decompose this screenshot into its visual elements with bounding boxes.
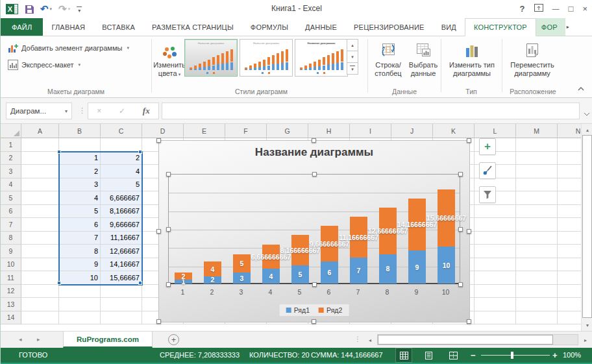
name-box[interactable]: Диаграм...▾: [6, 103, 72, 119]
cell-M12[interactable]: [516, 285, 558, 298]
zoom-out-button[interactable]: −: [471, 350, 476, 360]
x-axis-label-9[interactable]: 9: [402, 288, 431, 297]
cell-B7[interactable]: 6: [59, 218, 101, 232]
cell-L8[interactable]: [475, 232, 516, 245]
cell-M6[interactable]: [516, 205, 558, 219]
cell-N2[interactable]: [558, 152, 581, 165]
help-button[interactable]: ?: [520, 4, 525, 14]
chart-frame-handle[interactable]: [312, 138, 316, 143]
x-axis-label-4[interactable]: 4: [256, 288, 285, 297]
cell-M5[interactable]: [516, 191, 558, 205]
cell-C1[interactable]: [101, 138, 142, 152]
row-header-9[interactable]: 9: [1, 245, 21, 258]
cell-M10[interactable]: [516, 258, 558, 272]
cell-N14[interactable]: [558, 311, 581, 325]
new-sheet-button[interactable]: +: [168, 334, 179, 345]
cell-M8[interactable]: [516, 232, 558, 245]
page-break-view-button[interactable]: [445, 348, 462, 363]
gallery-scroll-down-button[interactable]: ▾: [347, 51, 358, 63]
cell-A1[interactable]: [21, 138, 59, 152]
gallery-more-button[interactable]: ▾: [347, 62, 358, 75]
switch-row-column-button[interactable]: Строка/ столбец: [371, 42, 406, 78]
cell-N6[interactable]: [558, 205, 581, 219]
row-header-4[interactable]: 4: [1, 178, 21, 192]
sheet-tab-active[interactable]: RuPrograms.com: [63, 332, 153, 348]
cell-A5[interactable]: [21, 191, 59, 205]
cell-A9[interactable]: [21, 245, 59, 258]
move-chart-button[interactable]: Переместить диаграмму: [506, 42, 559, 78]
row-header-8[interactable]: 8: [1, 232, 21, 245]
cell-C14[interactable]: [101, 311, 142, 325]
close-button[interactable]: ×: [582, 4, 587, 14]
zoom-level[interactable]: 100%: [563, 351, 581, 359]
row-header-7[interactable]: 7: [1, 218, 21, 232]
cell-B13[interactable]: [59, 298, 101, 311]
name-box-dropdown-icon[interactable]: ▾: [65, 108, 68, 114]
cell-A4[interactable]: [21, 178, 59, 192]
legend-item-Ряд2[interactable]: Ряд2: [319, 306, 342, 314]
row-header-10[interactable]: 10: [1, 258, 21, 272]
row-header-1[interactable]: 1: [1, 138, 21, 152]
cell-A13[interactable]: [21, 298, 59, 311]
tab-overflow-arrow-icon[interactable]: ▸: [565, 18, 571, 36]
data-label-series1[interactable]: 8: [386, 265, 390, 273]
status-average[interactable]: СРЕДНЕЕ: 7,208333333: [160, 351, 240, 359]
chart-bar-1[interactable]: 12: [175, 173, 192, 284]
row-header-12[interactable]: 12: [1, 285, 21, 298]
select-all-corner[interactable]: [1, 124, 21, 138]
cell-N4[interactable]: [558, 178, 581, 192]
cell-C3[interactable]: 4: [101, 165, 142, 178]
vertical-scrollbar[interactable]: ▴ ▾: [581, 124, 592, 331]
data-label-series1[interactable]: 2: [211, 276, 215, 284]
cell-N12[interactable]: [558, 285, 581, 298]
select-data-button[interactable]: Выбрать данные: [407, 42, 439, 78]
data-label-series2[interactable]: 2: [182, 273, 186, 280]
vertical-scroll-thumb[interactable]: [582, 135, 592, 318]
cell-N3[interactable]: [558, 165, 581, 178]
chart-styles-button[interactable]: [479, 162, 496, 179]
plot-area-handle[interactable]: [166, 282, 171, 287]
row-header-3[interactable]: 3: [1, 165, 21, 178]
data-label-series1[interactable]: 4: [269, 273, 273, 280]
cell-M1[interactable]: [516, 138, 558, 152]
x-axis-label-1[interactable]: 1: [168, 288, 197, 297]
tab-главная[interactable]: ГЛАВНАЯ: [43, 18, 93, 36]
cell-B1[interactable]: [59, 138, 101, 152]
chart-frame-handle[interactable]: [156, 229, 161, 234]
column-header-L[interactable]: L: [475, 124, 516, 138]
cell-L10[interactable]: [475, 258, 516, 272]
splitter-dots-icon[interactable]: ⋮: [354, 335, 361, 343]
data-label-series1[interactable]: 6: [328, 269, 332, 276]
cell-B2[interactable]: 1: [59, 152, 101, 165]
plot-area-handle[interactable]: [458, 227, 463, 232]
cell-M4[interactable]: [516, 178, 558, 192]
cell-C7[interactable]: 9,666667: [101, 218, 142, 232]
chart-bar-7[interactable]: 711,16666667: [350, 173, 367, 284]
cell-C8[interactable]: 11,16667: [101, 232, 142, 245]
column-header-M[interactable]: M: [516, 124, 558, 138]
column-header-H[interactable]: H: [308, 124, 350, 138]
cell-M14[interactable]: [516, 311, 558, 325]
data-label-series1[interactable]: 3: [240, 274, 244, 282]
cell-L14[interactable]: [475, 311, 516, 325]
column-header-I[interactable]: I: [350, 124, 391, 138]
chart-title[interactable]: Название диаграммы: [159, 146, 469, 159]
cell-C11[interactable]: 15,66667: [101, 271, 142, 285]
tab-разметка страницы[interactable]: РАЗМЕТКА СТРАНИЦЫ: [143, 18, 242, 36]
chart-bar-9[interactable]: 914,16666667: [408, 173, 426, 284]
horizontal-scrollbar[interactable]: [377, 334, 578, 345]
chart-filters-button[interactable]: [479, 186, 496, 203]
data-label-series1[interactable]: 10: [443, 261, 450, 269]
cell-A6[interactable]: [21, 205, 59, 219]
zoom-slider-thumb[interactable]: [511, 352, 513, 359]
column-header-F[interactable]: F: [225, 124, 267, 138]
chart-frame-handle[interactable]: [467, 138, 471, 143]
zoom-in-button[interactable]: +: [552, 350, 558, 360]
cell-N11[interactable]: [558, 271, 581, 285]
x-axis-label-10[interactable]: 10: [431, 288, 460, 297]
chart-bar-5[interactable]: 58,166666667: [291, 173, 309, 284]
chart[interactable]: Название диаграммы 12243546,66666666758,…: [158, 140, 470, 322]
add-chart-element-button[interactable]: Добавить элемент диаграммы▾: [5, 40, 132, 56]
data-label-series1[interactable]: 5: [299, 271, 302, 278]
scroll-right-arrow[interactable]: ▸: [580, 335, 591, 345]
